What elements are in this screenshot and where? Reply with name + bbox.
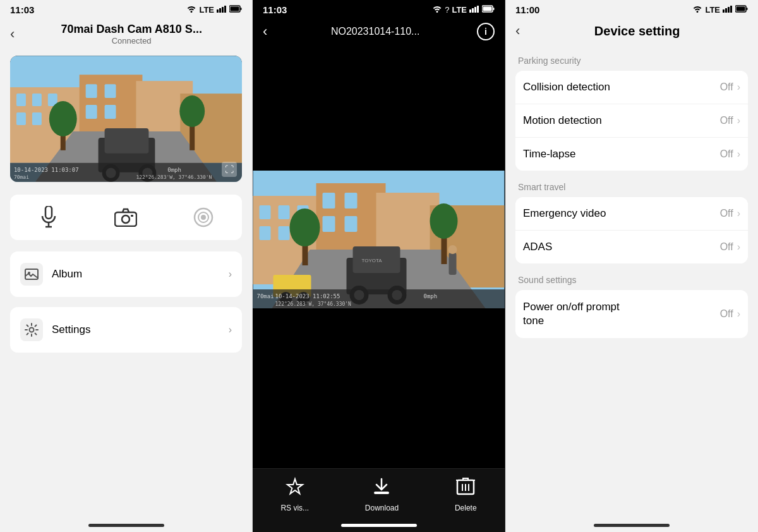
- svg-rect-101: [730, 6, 732, 13]
- svg-rect-69: [345, 216, 358, 232]
- time-panel2: 11:03: [263, 4, 287, 15]
- svg-rect-67: [345, 193, 358, 209]
- video-top-black: [253, 44, 505, 171]
- download-icon: [371, 476, 392, 501]
- status-bar-panel2: 11:03 ? LTE: [253, 0, 505, 19]
- header-panel1: ‹ 70mai Dash Cam A810 S... Connected: [0, 19, 252, 49]
- svg-point-45: [201, 215, 206, 220]
- home-indicator-panel1: [88, 524, 164, 527]
- svg-rect-50: [472, 8, 474, 13]
- album-menu-item[interactable]: Album ›: [10, 251, 242, 297]
- expand-button[interactable]: ⛶: [222, 162, 237, 177]
- parking-section-label: Parking security: [515, 45, 748, 71]
- collision-detection-label: Collision detection: [523, 81, 720, 94]
- svg-rect-99: [725, 8, 727, 13]
- sound-section-label: Sound settings: [515, 265, 748, 290]
- svg-text:TOYOTA: TOYOTA: [362, 258, 383, 263]
- settings-icon: [20, 318, 43, 341]
- status-bar-panel3: 11:00 LTE: [505, 0, 758, 19]
- svg-rect-17: [86, 84, 97, 98]
- video-title: NO20231014-110...: [274, 26, 477, 37]
- motion-detection-chevron: ›: [737, 115, 740, 126]
- signal-icon-panel3: [723, 5, 733, 15]
- collision-detection-chevron: ›: [737, 82, 740, 93]
- svg-text:70mai: 70mai: [257, 293, 274, 299]
- settings-label: Settings: [52, 323, 229, 336]
- timelapse-label: Time-lapse: [523, 148, 720, 160]
- svg-rect-16: [32, 112, 42, 125]
- settings-page-title: Device setting: [526, 24, 748, 39]
- back-button-panel2[interactable]: ‹: [263, 23, 267, 40]
- svg-rect-54: [483, 6, 492, 11]
- battery-icon-panel3: [735, 5, 748, 15]
- home-indicator-panel2: [253, 520, 505, 532]
- adas-value: Off: [720, 241, 733, 253]
- camera-live-view[interactable]: 10-14-2023 11:03:07 0mph 70mai 122°26.28…: [10, 56, 242, 182]
- svg-rect-98: [723, 9, 725, 13]
- settings-chevron: ›: [229, 324, 232, 336]
- power-prompt-value: Off: [720, 308, 733, 320]
- svg-text:122°26.283'W, 37°46.330'N: 122°26.283'W, 37°46.330'N: [275, 301, 352, 307]
- emergency-video-row[interactable]: Emergency video Off ›: [515, 197, 748, 231]
- collision-detection-row[interactable]: Collision detection Off ›: [515, 71, 748, 104]
- power-prompt-label: Power on/off prompttone: [523, 300, 720, 328]
- panel-device-settings: 11:00 LTE ‹ Device setting Parking secur…: [505, 0, 758, 532]
- motion-detection-label: Motion detection: [523, 114, 720, 127]
- settings-list: Parking security Collision detection Off…: [505, 45, 758, 532]
- wifi-icon-panel3: [692, 5, 702, 15]
- svg-rect-2: [222, 7, 224, 13]
- header-panel2: ‹ NO20231014-110... i: [253, 19, 505, 44]
- video-frame[interactable]: TOYOTA 70mai 10-14-2023 11:02:55 0mph 12…: [253, 171, 505, 308]
- delete-button[interactable]: Delete: [455, 476, 477, 512]
- svg-rect-18: [105, 84, 116, 98]
- svg-rect-62: [279, 205, 290, 219]
- rs-vis-button[interactable]: RS vis...: [280, 476, 309, 512]
- download-button[interactable]: Download: [365, 476, 399, 512]
- emergency-video-label: Emergency video: [523, 207, 720, 220]
- settings-menu-item[interactable]: Settings ›: [10, 307, 242, 353]
- svg-rect-1: [219, 8, 221, 13]
- time-panel1: 11:03: [10, 4, 34, 15]
- svg-rect-40: [115, 212, 136, 226]
- rs-vis-label: RS vis...: [280, 504, 309, 512]
- smart-travel-section-label: Smart travel: [515, 172, 748, 197]
- home-indicator-panel3: [594, 524, 670, 527]
- back-button-panel3[interactable]: ‹: [515, 23, 520, 39]
- star-icon: [285, 476, 305, 501]
- motion-detection-row[interactable]: Motion detection Off ›: [515, 104, 748, 138]
- adas-label: ADAS: [523, 241, 720, 253]
- svg-rect-65: [279, 226, 290, 240]
- svg-point-81: [290, 209, 320, 246]
- svg-rect-104: [747, 8, 748, 10]
- photo-button[interactable]: [113, 205, 138, 230]
- network-label-panel2: LTE: [452, 5, 467, 15]
- camera-controls: [10, 195, 242, 240]
- svg-rect-78: [449, 253, 457, 275]
- svg-rect-19: [86, 105, 97, 119]
- signal-icon: [217, 5, 227, 15]
- power-prompt-row[interactable]: Power on/off prompttone Off ›: [515, 290, 748, 338]
- svg-rect-6: [241, 8, 242, 10]
- svg-rect-52: [477, 6, 479, 13]
- svg-point-48: [30, 328, 34, 332]
- back-button-panel1[interactable]: ‹: [10, 26, 15, 42]
- time-panel3: 11:00: [515, 4, 539, 15]
- svg-rect-68: [323, 216, 335, 232]
- mic-button[interactable]: [36, 205, 61, 230]
- trash-icon: [456, 476, 475, 501]
- wifi-icon-panel2: [432, 5, 442, 15]
- device-name: 70mai Dash Cam A810 S...: [61, 23, 202, 36]
- svg-rect-103: [737, 6, 745, 11]
- svg-rect-37: [45, 206, 52, 219]
- panel-video-playback: 11:03 ? LTE ‹ NO20231014-110... i: [253, 0, 505, 532]
- timelapse-row[interactable]: Time-lapse Off ›: [515, 138, 748, 171]
- status-icons-panel2: ? LTE: [432, 5, 495, 15]
- timelapse-chevron: ›: [737, 148, 740, 160]
- adas-row[interactable]: ADAS Off ›: [515, 231, 748, 263]
- power-prompt-chevron: ›: [737, 308, 740, 320]
- header-panel3: ‹ Device setting: [505, 19, 758, 45]
- connection-status: Connected: [112, 36, 152, 45]
- record-button[interactable]: [191, 205, 216, 230]
- svg-text:10-14-2023  11:02:55: 10-14-2023 11:02:55: [275, 293, 340, 299]
- info-button[interactable]: i: [477, 23, 495, 40]
